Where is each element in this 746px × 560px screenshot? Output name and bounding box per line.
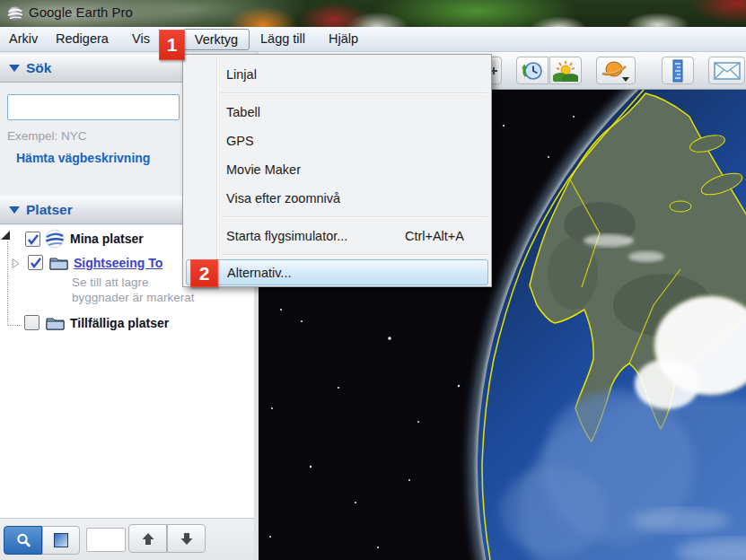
historical-imagery-button[interactable]	[516, 57, 549, 84]
menu-item-alternativ[interactable]: Alternativ...	[186, 259, 488, 285]
title-bar: Google Earth Pro	[0, 0, 746, 27]
menu-item-label: Linjal	[226, 67, 257, 82]
menu-redigera[interactable]: Redigera	[56, 27, 109, 51]
sunlight-button[interactable]	[549, 57, 582, 84]
expand-arrow-icon[interactable]	[12, 258, 20, 268]
places-footer	[0, 518, 254, 560]
get-directions-link[interactable]: Hämta vägbeskrivning	[16, 151, 150, 165]
menu-item-gps[interactable]: GPS	[183, 127, 491, 155]
menu-item-tabell[interactable]: Tabell	[183, 98, 491, 127]
temporary-places-label[interactable]: Tillfälliga platser	[70, 316, 169, 330]
move-up-button[interactable]	[128, 524, 167, 553]
email-button[interactable]	[708, 57, 745, 84]
checkbox-unchecked[interactable]	[24, 315, 39, 330]
tree-guide-line	[7, 325, 22, 326]
window-title: Google Earth Pro	[29, 4, 133, 20]
collapse-triangle-icon	[9, 206, 20, 214]
tree-row-my-places[interactable]: Mina platser	[25, 229, 144, 249]
menu-separator	[183, 89, 491, 98]
menu-item-label: Alternativ...	[227, 266, 291, 280]
menu-separator	[183, 250, 491, 259]
folder-icon	[46, 315, 65, 330]
menu-separator	[183, 213, 491, 222]
menu-item-label: GPS	[226, 134, 254, 148]
footer-field[interactable]	[86, 528, 126, 552]
panel-toggle-button[interactable]	[42, 526, 80, 555]
saturn-planet-icon	[601, 59, 631, 83]
tree-note-line1: Se till att lagre	[72, 276, 149, 289]
menu-item-label: Visa efter zoomnivå	[226, 191, 340, 206]
menu-item-visa-efter-zoomniva[interactable]: Visa efter zoomnivå	[183, 184, 491, 213]
menu-hjalp[interactable]: Hjälp	[329, 27, 358, 51]
menu-item-starta-flygsimulator[interactable]: Starta flygsimulator... Ctrl+Alt+A	[183, 222, 491, 250]
callout-badge-2: 2	[190, 259, 218, 287]
menu-item-label: Movie Maker	[226, 162, 301, 177]
planets-button[interactable]	[596, 57, 636, 84]
checkbox-checked[interactable]	[28, 255, 43, 270]
tree-guide-line	[7, 241, 8, 326]
earth-globe-icon	[45, 229, 65, 249]
root-expander-icon[interactable]	[1, 231, 11, 241]
tree-row-temporary-places[interactable]: Tillfälliga platser	[24, 315, 169, 330]
ruler-button[interactable]	[662, 57, 694, 84]
panel-toggle-icon	[54, 533, 68, 547]
up-arrow-icon	[141, 532, 155, 546]
menu-item-label: Starta flygsimulator...	[226, 229, 347, 243]
menu-item-label: Tabell	[226, 105, 260, 119]
sunlight-sun-icon	[553, 60, 578, 82]
tree-row-sightseeing[interactable]: Sightseeing To	[28, 255, 162, 270]
menu-bar: Arkiv Redigera Vis Verktyg Lägg till Hjä…	[0, 27, 746, 52]
places-panel-title: Platser	[26, 202, 73, 218]
search-input[interactable]	[7, 94, 180, 120]
search-example-text: Exempel: NYC	[7, 129, 87, 143]
callout-badge-1: 1	[159, 30, 185, 60]
menu-item-shortcut: Ctrl+Alt+A	[405, 222, 464, 250]
menu-arkiv[interactable]: Arkiv	[9, 27, 38, 51]
menu-lagg-till[interactable]: Lägg till	[260, 27, 305, 51]
search-panel-title: Sök	[26, 60, 51, 76]
checkbox-checked[interactable]	[25, 232, 40, 247]
menu-verktyg[interactable]: Verktyg	[183, 29, 250, 50]
tree-note-line2: byggnader är markerat	[72, 291, 195, 304]
search-places-button[interactable]	[4, 526, 42, 555]
email-envelope-icon	[714, 61, 741, 81]
move-down-button[interactable]	[167, 524, 206, 553]
google-earth-globe-icon	[7, 5, 23, 25]
collapse-triangle-icon	[9, 65, 20, 72]
sightseeing-link[interactable]: Sightseeing To	[74, 256, 162, 270]
menu-visa[interactable]: Vis	[132, 27, 150, 51]
menu-item-movie-maker[interactable]: Movie Maker	[183, 155, 491, 184]
historical-imagery-clock-icon	[521, 60, 544, 82]
ruler-icon	[671, 59, 684, 83]
my-places-label[interactable]: Mina platser	[70, 232, 144, 246]
tools-dropdown-menu: Linjal Tabell GPS Movie Maker Visa efter…	[182, 54, 492, 287]
down-arrow-icon	[180, 532, 194, 546]
folder-icon	[49, 255, 68, 270]
search-magnifier-icon	[15, 532, 31, 548]
menu-item-linjal[interactable]: Linjal	[183, 60, 491, 89]
